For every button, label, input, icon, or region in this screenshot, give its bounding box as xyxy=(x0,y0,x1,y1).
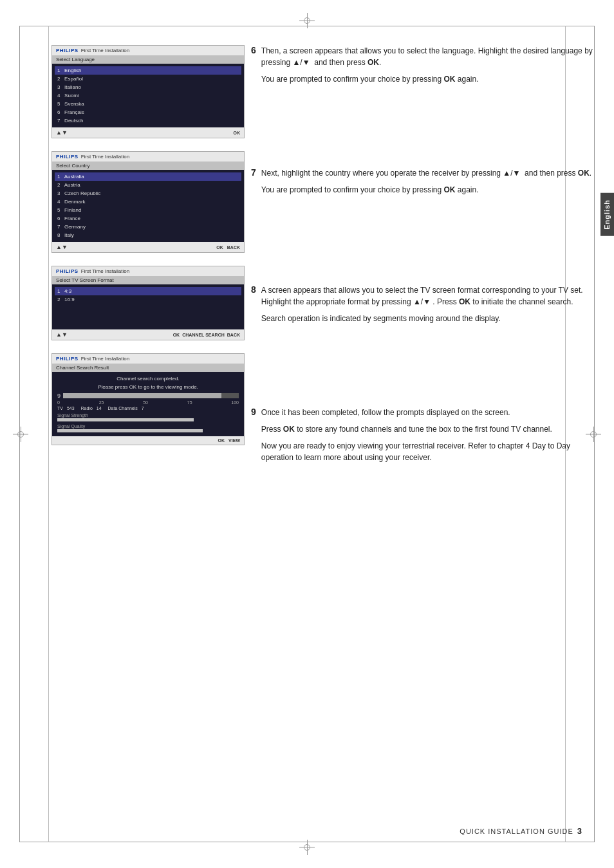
screenshot-tvformat-body: 1 4:3 2 16:9 xyxy=(52,284,244,329)
format-item-2: 2 16:9 xyxy=(55,295,241,304)
screenshot-country-title: First Time Installation xyxy=(81,154,130,160)
screenshot-channelsearch-subtitle: Channel Search Result xyxy=(52,364,244,372)
section-6-number: 6 xyxy=(251,45,256,90)
lang-item-2: 2 Español xyxy=(55,75,241,83)
lang-item-1: 1 English xyxy=(55,66,241,75)
footer-ok-4: OK xyxy=(218,438,225,443)
screenshot-country-header: PHILIPS First Time Installation xyxy=(52,152,244,162)
footer-ok-2: OK xyxy=(216,245,223,250)
footer-arrows-1: ▲▼ xyxy=(56,129,68,136)
footer-arrows-3: ▲▼ xyxy=(56,331,68,338)
country-item-3: 3 Czech Republic xyxy=(55,189,241,198)
country-item-4: 4 Denmark xyxy=(55,198,241,206)
philips-logo-3: PHILIPS xyxy=(56,268,79,274)
screenshot-tvformat-header: PHILIPS First Time Installation xyxy=(52,266,244,276)
section-7-text: Next, highlight the country where you op… xyxy=(261,167,591,201)
signal-quality-label: Signal Quality xyxy=(57,424,239,429)
page-number: 3 xyxy=(577,826,582,836)
screenshot-country-footer: ▲▼ OK BACK xyxy=(52,242,244,252)
section-8-text: A screen appears that allows you to sele… xyxy=(261,284,595,329)
channel-progress-fill xyxy=(63,393,221,398)
country-item-6: 6 France xyxy=(55,214,241,223)
lang-item-3: 3 Italiano xyxy=(55,83,241,91)
section-6-text: Then, a screen appears that allows you t… xyxy=(261,45,595,90)
lang-item-5: 5 Svenska xyxy=(55,100,241,108)
lang-item-4: 4 Suomi xyxy=(55,91,241,100)
section-8: 8 A screen appears that allows you to se… xyxy=(251,284,595,329)
section-8-para1: A screen appears that allows you to sele… xyxy=(261,284,595,308)
footer-arrows-2: ▲▼ xyxy=(56,244,68,250)
philips-logo-2: PHILIPS xyxy=(56,154,79,160)
philips-logo-4: PHILIPS xyxy=(56,356,79,362)
screenshot-tvformat-subtitle: Select TV Screen Format xyxy=(52,276,244,284)
search-msg2: Please press OK to go to the viewing mod… xyxy=(55,383,241,391)
crosshair-top xyxy=(299,13,315,28)
footer-back-3: BACK xyxy=(227,333,240,337)
section-9-para2: Press OK to store any found channels and… xyxy=(261,423,595,435)
screenshot-tvformat-footer: ▲▼ OK CHANNEL SEARCH BACK xyxy=(52,329,244,340)
format-item-1: 1 4:3 xyxy=(55,287,241,295)
screenshot-channelsearch-title: First Time Installation xyxy=(81,356,130,362)
section-8-para2: Search operation is indicated by segment… xyxy=(261,313,595,324)
section-9-text: Once it has been completed, follow the p… xyxy=(261,407,595,468)
signal-quality-row: Signal Quality xyxy=(55,423,241,434)
screenshot-language: PHILIPS First Time Installation Select L… xyxy=(51,45,245,138)
screenshot-tvformat: PHILIPS First Time Installation Select T… xyxy=(51,266,245,340)
screenshot-channelsearch: PHILIPS First Time Installation Channel … xyxy=(51,353,245,445)
signal-strength-row: Signal Strength xyxy=(55,412,241,423)
section-7-para2: You are prompted to confirm your choice … xyxy=(261,184,591,196)
section-7-para1: Next, highlight the country where you op… xyxy=(261,167,591,179)
screenshot-language-title: First Time Installation xyxy=(81,48,130,53)
english-tab: English xyxy=(600,193,614,236)
signal-strength-label: Signal Strength xyxy=(57,413,239,418)
country-item-7: 7 Germany xyxy=(55,223,241,231)
search-msg1: Channel search completed. xyxy=(55,374,241,383)
section-7-number: 7 xyxy=(251,167,256,201)
screenshot-country-subtitle: Select Country xyxy=(52,162,244,170)
stats-row: TV 543 Radio 14 Data Channels 7 xyxy=(55,405,241,412)
screenshot-language-header: PHILIPS First Time Installation xyxy=(52,46,244,55)
instructions-column: 6 Then, a screen appears that allows you… xyxy=(251,39,595,488)
screenshots-column: PHILIPS First Time Installation Select L… xyxy=(0,39,232,458)
channel-progress-bar xyxy=(63,393,239,398)
section-8-number: 8 xyxy=(251,284,256,329)
screenshot-channelsearch-body: Channel search completed. Please press O… xyxy=(52,372,244,436)
screenshot-tvformat-title: First Time Installation xyxy=(81,268,130,274)
footer-channel-3: CHANNEL SEARCH xyxy=(182,333,225,337)
section-9-para3: Now you are ready to enjoy viewing your … xyxy=(261,440,595,463)
screenshot-language-subtitle: Select Language xyxy=(52,55,244,64)
section-9-para1: Once it has been completed, follow the p… xyxy=(261,407,595,418)
section-7: 7 Next, highlight the country where you … xyxy=(251,167,595,201)
country-item-8: 8 Italy xyxy=(55,231,241,239)
signal-strength-bar xyxy=(57,418,194,421)
section-9: 9 Once it has been completed, follow the… xyxy=(251,407,595,468)
channel-num: 9 xyxy=(57,392,60,399)
screenshot-channelsearch-header: PHILIPS First Time Installation xyxy=(52,354,244,364)
page-footer: QUICK INSTALLATION GUIDE 3 xyxy=(32,826,582,836)
footer-ok-3: OK xyxy=(173,333,180,337)
screenshot-country-body: 1 Australia 2 Austria 3 Czech Republic 4… xyxy=(52,170,244,242)
country-item-2: 2 Austria xyxy=(55,181,241,189)
footer-view-4: VIEW xyxy=(228,438,240,443)
crosshair-bottom xyxy=(299,840,315,855)
lang-item-6: 6 Français xyxy=(55,108,241,116)
screenshot-channelsearch-footer: OK VIEW xyxy=(52,436,244,445)
country-item-1: 1 Australia xyxy=(55,172,241,181)
section-6-para1: Then, a screen appears that allows you t… xyxy=(261,45,595,68)
guide-title: QUICK INSTALLATION GUIDE xyxy=(460,827,573,835)
philips-logo-1: PHILIPS xyxy=(56,48,79,53)
progress-labels: 0 25 50 75 100 xyxy=(55,400,241,405)
country-item-5: 5 Finland xyxy=(55,206,241,214)
footer-ok-1: OK xyxy=(234,131,241,135)
signal-quality-bar xyxy=(57,429,203,432)
footer-back-2: BACK xyxy=(227,245,240,250)
lang-item-7: 7 Deutsch xyxy=(55,116,241,125)
screenshot-country: PHILIPS First Time Installation Select C… xyxy=(51,151,245,253)
screenshot-language-footer: ▲▼ OK xyxy=(52,127,244,138)
section-9-number: 9 xyxy=(251,407,256,468)
screenshot-language-body: 1 English 2 Español 3 Italiano 4 Suomi 5… xyxy=(52,64,244,127)
section-6: 6 Then, a screen appears that allows you… xyxy=(251,45,595,90)
section-6-para2: You are prompted to confirm your choice … xyxy=(261,73,595,85)
